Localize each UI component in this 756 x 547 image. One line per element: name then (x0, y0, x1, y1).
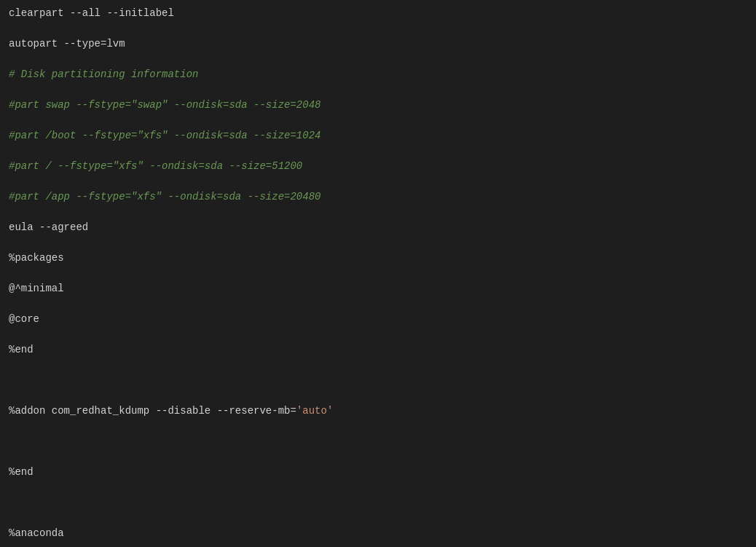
terminal-line: @^minimal (9, 281, 747, 296)
terminal-line (9, 495, 747, 511)
terminal-line: %anaconda (9, 526, 747, 541)
terminal-line: #part /boot --fstype="xfs" --ondisk=sda … (9, 128, 747, 143)
terminal-line: # Disk partitioning information (9, 67, 747, 82)
terminal-line (9, 373, 747, 388)
terminal-line: autopart --type=lvm (9, 36, 747, 52)
terminal-line: eula --agreed (9, 220, 747, 235)
terminal-line: @core (9, 312, 747, 327)
terminal-line: #part / --fstype="xfs" --ondisk=sda --si… (9, 159, 747, 174)
terminal-line: clearpart --all --initlabel (9, 6, 747, 21)
terminal-line: #part swap --fstype="swap" --ondisk=sda … (9, 98, 747, 113)
terminal-line: %addon com_redhat_kdump --disable --rese… (9, 404, 747, 419)
terminal-line: %end (9, 342, 747, 358)
terminal-line (9, 434, 747, 449)
terminal-line: %packages (9, 251, 747, 266)
terminal-line: %end (9, 465, 747, 480)
terminal-line: #part /app --fstype="xfs" --ondisk=sda -… (9, 189, 747, 205)
terminal-output: clearpart --all --initlabel autopart --t… (9, 6, 747, 547)
